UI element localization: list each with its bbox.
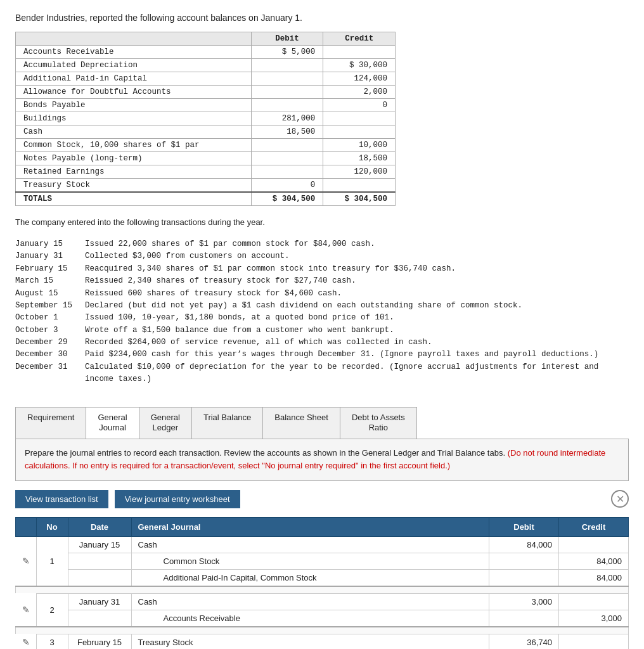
balance-row: Notes Payable (long-term) 18,500 — [16, 152, 396, 165]
tx-date: December 30 — [15, 349, 85, 361]
entry-no: 1 — [36, 536, 68, 586]
tx-date: January 31 — [15, 250, 85, 262]
transaction-line: October 3Wrote off a $1,500 balance due … — [15, 324, 629, 337]
tab-general-journal[interactable]: General Journal — [86, 408, 139, 439]
balance-table: Debit Credit Accounts Receivable $ 5,000… — [15, 32, 396, 206]
tx-desc: Reissued 2,340 shares of treasury stock … — [85, 275, 356, 287]
tx-date: March 15 — [15, 275, 85, 287]
entry-journal: Cash — [131, 536, 489, 553]
entry-credit — [559, 536, 629, 553]
edit-icon[interactable]: ✎ — [16, 634, 37, 649]
tx-date: December 29 — [15, 337, 85, 349]
tx-date: December 31 — [15, 361, 85, 386]
debit-header: Debit — [251, 32, 323, 46]
entry-credit: 84,000 — [559, 569, 629, 586]
tab-balance-sheet[interactable]: Balance Sheet — [263, 408, 340, 439]
entry-credit: 84,000 — [559, 553, 629, 569]
entry-date: January 15 — [68, 536, 131, 553]
journal-row: Additional Paid-In Capital, Common Stock… — [16, 569, 629, 586]
balance-totals-row: TOTALS $ 304,500 $ 304,500 — [16, 192, 396, 206]
transaction-line: December 31Calculated $10,000 of depreci… — [15, 361, 629, 386]
col-debit: Debit — [489, 517, 559, 536]
transaction-line: September 15Declared (but did not yet pa… — [15, 300, 629, 312]
transactions-intro: The company entered into the following t… — [15, 217, 629, 227]
entry-journal: Treasury Stock — [131, 634, 489, 649]
entry-date — [68, 553, 131, 569]
transaction-line: December 29Recorded $264,000 of service … — [15, 337, 629, 349]
entry-credit: 3,000 — [559, 610, 629, 627]
tab-debt-to-assets-ratio[interactable]: Debt to Assets Ratio — [340, 408, 416, 439]
tab-requirement[interactable]: Requirement — [16, 408, 86, 439]
journal-table: No Date General Journal Debit Credit ✎1J… — [15, 517, 629, 649]
journal-row: Common Stock84,000 — [16, 553, 629, 569]
tx-desc: Declared (but did not yet pay) a $1 cash… — [85, 300, 522, 312]
spacer-row — [16, 627, 629, 634]
entry-date — [68, 569, 131, 586]
tx-date: February 15 — [15, 263, 85, 275]
journal-row: Accounts Receivable3,000 — [16, 610, 629, 627]
tx-desc: Reissued 600 shares of treasury stock fo… — [85, 288, 342, 300]
journal-row: ✎1January 15Cash84,000 — [16, 536, 629, 553]
tx-desc: Calculated $10,000 of depreciation for t… — [85, 361, 629, 386]
tab-trial-balance[interactable]: Trial Balance — [192, 408, 263, 439]
entry-date — [68, 610, 131, 627]
journal-row: ✎3February 15Treasury Stock36,740 — [16, 634, 629, 649]
transaction-line: February 15Reacquired 3,340 shares of $1… — [15, 263, 629, 275]
entry-date: February 15 — [68, 634, 131, 649]
tx-date: October 1 — [15, 312, 85, 324]
entry-date: January 31 — [68, 593, 131, 610]
instruction-box: Prepare the journal entries to record ea… — [15, 439, 629, 480]
btn-row: View transaction list View journal entry… — [15, 490, 629, 508]
entry-no: 3 — [36, 634, 68, 649]
tx-desc: Issued 100, 10-year, $1,180 bonds, at a … — [85, 312, 394, 324]
intro-title: Bender Industries, reported the followin… — [15, 13, 629, 23]
entry-debit: 36,740 — [489, 634, 559, 649]
entry-journal: Accounts Receivable — [131, 610, 489, 627]
spacer-row — [16, 586, 629, 594]
transaction-line: March 15Reissued 2,340 shares of treasur… — [15, 275, 629, 287]
credit-header: Credit — [323, 32, 396, 46]
transaction-line: January 31Collected $3,000 from customer… — [15, 250, 629, 262]
col-journal: General Journal — [131, 517, 489, 536]
col-credit: Credit — [559, 517, 629, 536]
balance-row: Cash 18,500 — [16, 125, 396, 139]
instruction-main: Prepare the journal entries to record ea… — [25, 448, 505, 458]
tx-desc: Wrote off a $1,500 balance due from a cu… — [85, 324, 394, 337]
balance-row: Buildings 281,000 — [16, 112, 396, 125]
entry-debit: 3,000 — [489, 593, 559, 610]
balance-row: Treasury Stock 0 — [16, 179, 396, 193]
journal-row: ✎2January 31Cash3,000 — [16, 593, 629, 610]
view-journal-entry-worksheet-button[interactable]: View journal entry worksheet — [115, 490, 240, 508]
tx-date: January 15 — [15, 238, 85, 250]
col-date: Date — [68, 517, 131, 536]
entry-credit — [559, 634, 629, 649]
balance-row: Bonds Payable 0 — [16, 99, 396, 112]
entry-debit — [489, 610, 559, 627]
tx-desc: Reacquired 3,340 shares of $1 par common… — [85, 263, 456, 275]
transaction-line: January 15Issued 22,000 shares of $1 par… — [15, 238, 629, 250]
balance-row: Retained Earnings 120,000 — [16, 165, 396, 179]
tx-date: October 3 — [15, 324, 85, 337]
balance-row: Accumulated Depreciation $ 30,000 — [16, 59, 396, 72]
tabs-section: RequirementGeneral JournalGeneral Ledger… — [15, 407, 629, 650]
transaction-line: October 1Issued 100, 10-year, $1,180 bon… — [15, 312, 629, 324]
entry-debit — [489, 569, 559, 586]
view-transaction-list-button[interactable]: View transaction list — [15, 490, 108, 508]
tx-date: August 15 — [15, 288, 85, 300]
entry-debit: 84,000 — [489, 536, 559, 553]
balance-row: Allowance for Doubtful Accounts 2,000 — [16, 86, 396, 99]
entry-journal: Additional Paid-In Capital, Common Stock — [131, 569, 489, 586]
tab-general-ledger[interactable]: General Ledger — [139, 408, 192, 439]
entry-credit — [559, 593, 629, 610]
entry-no: 2 — [36, 593, 68, 627]
entry-journal: Cash — [131, 593, 489, 610]
tabs-row: RequirementGeneral JournalGeneral Ledger… — [15, 407, 417, 439]
balance-row: Additional Paid-in Capital 124,000 — [16, 72, 396, 86]
tx-desc: Paid $234,000 cash for this year’s wages… — [85, 349, 598, 361]
transaction-line: August 15Reissued 600 shares of treasury… — [15, 288, 629, 300]
close-icon[interactable]: ✕ — [611, 490, 629, 508]
edit-icon[interactable]: ✎ — [16, 536, 37, 586]
tx-desc: Issued 22,000 shares of $1 par common st… — [85, 238, 375, 250]
transaction-line: December 30Paid $234,000 cash for this y… — [15, 349, 629, 361]
edit-icon[interactable]: ✎ — [16, 593, 37, 627]
